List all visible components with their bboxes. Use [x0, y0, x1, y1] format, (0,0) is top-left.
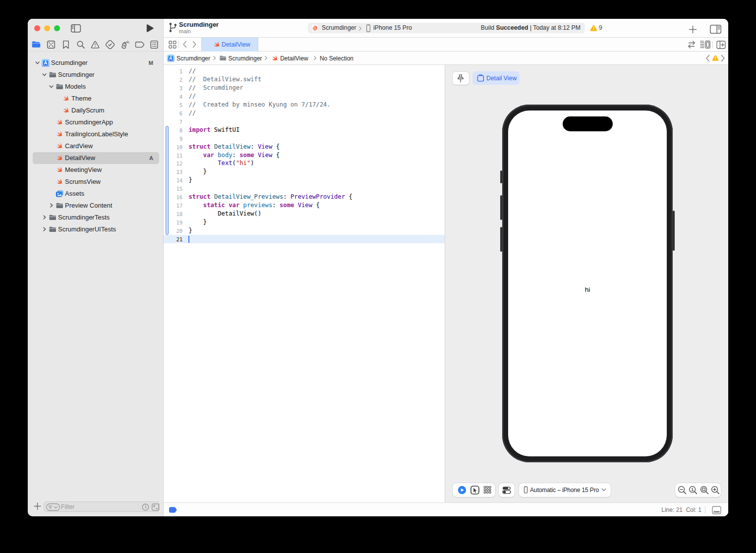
window-minimize-button[interactable]	[44, 25, 50, 31]
device-selector[interactable]: Automatic – iPhone 15 Pro	[519, 483, 611, 497]
selectable-mode-icon[interactable]	[470, 486, 479, 495]
tree-row-scrumdinger[interactable]: Scrumdinger	[28, 69, 163, 81]
selection-highlight	[33, 152, 159, 164]
code-token-pl: SwiftUI	[211, 126, 240, 133]
editor-status-bar: Line: 21 Col: 1	[164, 502, 728, 516]
navigator-tab-breakpoint[interactable]	[134, 38, 146, 52]
jumpbar-chevron-icon	[264, 55, 268, 61]
navigator-tab-search[interactable]	[75, 38, 87, 52]
jump-bar[interactable]: Scrumdinger ScrumdingerDetailViewNo Sele…	[164, 52, 728, 65]
code-line-11: 11 var body: some View {	[164, 151, 445, 160]
zoom-out-icon[interactable]	[678, 486, 687, 495]
debug-area-toggle-icon[interactable]	[712, 506, 721, 514]
breakpoint-badge-icon[interactable]	[169, 506, 177, 513]
navigator-tab-project[interactable]	[30, 38, 42, 52]
zoom-pill: 1	[675, 483, 721, 497]
tree-row-assets[interactable]: Assets	[28, 188, 163, 200]
disclosure-open-icon[interactable]	[48, 83, 55, 90]
zoom-100-icon[interactable]: 1	[689, 486, 698, 495]
toolbar-left	[28, 19, 164, 38]
library-add-icon[interactable]	[689, 25, 697, 34]
variants-icon[interactable]	[483, 486, 492, 494]
disclosure-open-icon[interactable]	[34, 59, 41, 66]
tree-row-scrumdingeruitests[interactable]: ScrumdingerUITests	[28, 223, 163, 235]
tree-label: ScrumsView	[65, 178, 101, 186]
window-close-button[interactable]	[34, 25, 40, 31]
navigator-tab-report[interactable]	[148, 38, 160, 52]
sidebar-toggle-icon[interactable]	[71, 24, 81, 33]
editor-layout-icon[interactable]	[710, 25, 721, 34]
navigator-tab-bookmark[interactable]	[60, 38, 72, 52]
scheme-device[interactable]: iPhone 15 Pro	[373, 23, 412, 33]
swift-icon	[62, 107, 70, 114]
code-review-icon[interactable]	[687, 41, 697, 49]
next-issue-icon[interactable]	[720, 55, 726, 62]
window-zoom-button[interactable]	[54, 25, 60, 31]
filter-field[interactable]: Filter	[44, 501, 160, 512]
build-status-result: Succeeded	[496, 24, 528, 31]
previous-issue-icon[interactable]	[705, 55, 711, 62]
tree-row-theme[interactable]: Theme	[28, 93, 163, 105]
navigator-tab-issue[interactable]	[89, 38, 101, 52]
code-text: Text("hi")	[189, 159, 254, 167]
jumpbar-warning-icon[interactable]	[712, 55, 719, 61]
navigator-tab-source-control[interactable]	[45, 38, 57, 52]
disclosure-open-icon[interactable]	[41, 71, 48, 78]
tree-row-trailingiconlabelstyle[interactable]: TrailingIconLabelStyle	[28, 128, 163, 140]
power-button	[673, 211, 675, 251]
jumpbar-item[interactable]: Scrumdinger	[229, 55, 262, 62]
tree-row-preview-content[interactable]: Preview Content	[28, 200, 163, 212]
code-token-cm: // DetailView.swift	[189, 76, 262, 83]
tree-row-models[interactable]: Models	[28, 81, 163, 93]
add-item-icon[interactable]	[34, 502, 41, 510]
tab-overview-icon[interactable]	[169, 41, 176, 49]
tree-row-meetingview[interactable]: MeetingView	[28, 164, 163, 176]
code-token-pl: {	[312, 202, 320, 209]
disclosure-closed-icon[interactable]	[48, 202, 55, 209]
navigator-tab-debug[interactable]	[119, 38, 131, 52]
phone-screen[interactable]: hi	[508, 111, 667, 456]
code-token-pl: {	[272, 152, 280, 159]
folder-icon	[49, 214, 57, 221]
pin-preview-button[interactable]	[453, 72, 469, 85]
tree-row-scrumdingerapp[interactable]: ScrumdingerApp	[28, 116, 163, 128]
tree-row-dailyscrum[interactable]: DailyScrum	[28, 105, 163, 116]
zoom-fit-icon[interactable]	[700, 486, 709, 495]
source-editor[interactable]: 1 // 2 // DetailView.swift 3 // Scrumdin…	[164, 65, 445, 502]
line-number: 5	[164, 101, 182, 110]
tab-detailview[interactable]: DetailView	[201, 38, 258, 52]
back-icon[interactable]	[182, 41, 188, 48]
run-button[interactable]	[146, 24, 154, 33]
zoom-in-icon[interactable]	[711, 486, 720, 495]
device-settings-pill[interactable]	[499, 483, 515, 497]
code-token-pl: :	[283, 193, 291, 200]
tree-row-cardview[interactable]: CardView	[28, 140, 163, 152]
tree-row-detailview[interactable]: DetailView A	[28, 152, 163, 164]
build-status[interactable]: Build Succeeded | Today at 8:12 PM	[481, 23, 581, 33]
tabbar-separator	[178, 41, 179, 48]
source-control-status-icon[interactable]	[152, 503, 159, 511]
editor-area: DetailView Scrumdinger ScrumdingerD	[164, 38, 728, 516]
forward-icon[interactable]	[191, 41, 197, 48]
recent-files-icon[interactable]	[142, 503, 149, 511]
scheme-selector[interactable]: Scrumdinger iPhone 15 Pro Build Succeede…	[308, 23, 585, 33]
navigator-tab-test[interactable]	[104, 38, 116, 52]
filter-menu-icon[interactable]	[46, 503, 60, 511]
jumpbar-item[interactable]: DetailView	[280, 55, 308, 62]
jumpbar-item[interactable]: Scrumdinger	[176, 55, 210, 62]
line-number: 18	[164, 210, 182, 219]
disclosure-closed-icon[interactable]	[41, 226, 48, 232]
tree-row-scrumdinger[interactable]: Scrumdinger M	[28, 57, 163, 69]
tree-row-scrumdingertests[interactable]: ScrumdingerTests	[28, 212, 163, 223]
disclosure-closed-icon[interactable]	[41, 214, 48, 221]
code-token-ty: DetailView_Previews	[214, 193, 283, 200]
code-token-pl	[189, 160, 218, 166]
add-editor-icon[interactable]	[716, 41, 726, 49]
action-button	[500, 170, 502, 183]
editor-options-icon[interactable]	[700, 41, 710, 49]
detail-view-button[interactable]: Detail View	[472, 71, 520, 85]
tree-row-scrumsview[interactable]: ScrumsView	[28, 176, 163, 188]
live-preview-icon[interactable]	[458, 486, 466, 495]
scheme-name[interactable]: Scrumdinger	[322, 23, 356, 33]
jumpbar-item[interactable]: No Selection	[320, 55, 353, 62]
